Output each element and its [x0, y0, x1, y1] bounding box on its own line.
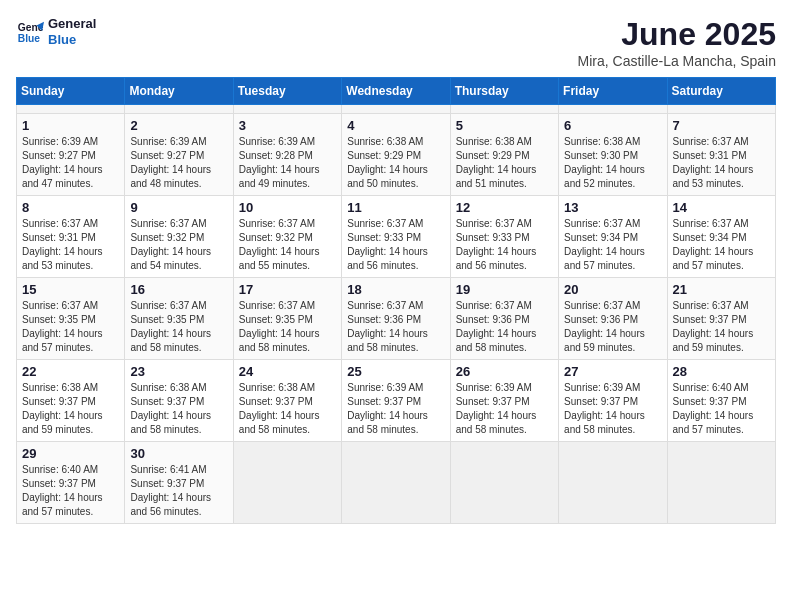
- calendar-cell: [667, 105, 775, 114]
- calendar-cell: 5Sunrise: 6:38 AM Sunset: 9:29 PM Daylig…: [450, 114, 558, 196]
- cell-text: Sunrise: 6:39 AM Sunset: 9:27 PM Dayligh…: [130, 135, 227, 191]
- title-area: June 2025 Mira, Castille-La Mancha, Spai…: [578, 16, 776, 69]
- calendar-week-1: 1Sunrise: 6:39 AM Sunset: 9:27 PM Daylig…: [17, 114, 776, 196]
- calendar-cell: 11Sunrise: 6:37 AM Sunset: 9:33 PM Dayli…: [342, 196, 450, 278]
- day-number: 18: [347, 282, 444, 297]
- cell-text: Sunrise: 6:38 AM Sunset: 9:29 PM Dayligh…: [347, 135, 444, 191]
- calendar-cell: 26Sunrise: 6:39 AM Sunset: 9:37 PM Dayli…: [450, 360, 558, 442]
- cell-text: Sunrise: 6:37 AM Sunset: 9:36 PM Dayligh…: [347, 299, 444, 355]
- calendar-cell: [667, 442, 775, 524]
- calendar-cell: 22Sunrise: 6:38 AM Sunset: 9:37 PM Dayli…: [17, 360, 125, 442]
- cell-text: Sunrise: 6:39 AM Sunset: 9:37 PM Dayligh…: [347, 381, 444, 437]
- cell-text: Sunrise: 6:39 AM Sunset: 9:28 PM Dayligh…: [239, 135, 336, 191]
- calendar-cell: 28Sunrise: 6:40 AM Sunset: 9:37 PM Dayli…: [667, 360, 775, 442]
- month-title: June 2025: [578, 16, 776, 53]
- day-number: 16: [130, 282, 227, 297]
- calendar-cell: 20Sunrise: 6:37 AM Sunset: 9:36 PM Dayli…: [559, 278, 667, 360]
- day-number: 15: [22, 282, 119, 297]
- calendar-cell: [559, 442, 667, 524]
- header-saturday: Saturday: [667, 78, 775, 105]
- calendar-cell: 23Sunrise: 6:38 AM Sunset: 9:37 PM Dayli…: [125, 360, 233, 442]
- calendar-cell: 15Sunrise: 6:37 AM Sunset: 9:35 PM Dayli…: [17, 278, 125, 360]
- day-number: 1: [22, 118, 119, 133]
- day-number: 29: [22, 446, 119, 461]
- day-number: 23: [130, 364, 227, 379]
- cell-text: Sunrise: 6:38 AM Sunset: 9:29 PM Dayligh…: [456, 135, 553, 191]
- calendar-cell: 29Sunrise: 6:40 AM Sunset: 9:37 PM Dayli…: [17, 442, 125, 524]
- calendar-cell: 2Sunrise: 6:39 AM Sunset: 9:27 PM Daylig…: [125, 114, 233, 196]
- cell-text: Sunrise: 6:38 AM Sunset: 9:37 PM Dayligh…: [239, 381, 336, 437]
- calendar-cell: 19Sunrise: 6:37 AM Sunset: 9:36 PM Dayli…: [450, 278, 558, 360]
- calendar-cell: 21Sunrise: 6:37 AM Sunset: 9:37 PM Dayli…: [667, 278, 775, 360]
- calendar-week-0: [17, 105, 776, 114]
- cell-text: Sunrise: 6:39 AM Sunset: 9:37 PM Dayligh…: [564, 381, 661, 437]
- cell-text: Sunrise: 6:37 AM Sunset: 9:31 PM Dayligh…: [22, 217, 119, 273]
- cell-text: Sunrise: 6:40 AM Sunset: 9:37 PM Dayligh…: [22, 463, 119, 519]
- logo-blue: Blue: [48, 32, 96, 48]
- header-sunday: Sunday: [17, 78, 125, 105]
- cell-text: Sunrise: 6:39 AM Sunset: 9:37 PM Dayligh…: [456, 381, 553, 437]
- day-number: 8: [22, 200, 119, 215]
- logo: General Blue General Blue: [16, 16, 96, 47]
- logo-icon: General Blue: [16, 18, 44, 46]
- calendar-cell: 9Sunrise: 6:37 AM Sunset: 9:32 PM Daylig…: [125, 196, 233, 278]
- cell-text: Sunrise: 6:37 AM Sunset: 9:35 PM Dayligh…: [22, 299, 119, 355]
- cell-text: Sunrise: 6:37 AM Sunset: 9:35 PM Dayligh…: [130, 299, 227, 355]
- day-number: 12: [456, 200, 553, 215]
- day-number: 20: [564, 282, 661, 297]
- calendar-cell: 10Sunrise: 6:37 AM Sunset: 9:32 PM Dayli…: [233, 196, 341, 278]
- cell-text: Sunrise: 6:37 AM Sunset: 9:33 PM Dayligh…: [347, 217, 444, 273]
- calendar-cell: 30Sunrise: 6:41 AM Sunset: 9:37 PM Dayli…: [125, 442, 233, 524]
- calendar-week-3: 15Sunrise: 6:37 AM Sunset: 9:35 PM Dayli…: [17, 278, 776, 360]
- header-monday: Monday: [125, 78, 233, 105]
- calendar-cell: 24Sunrise: 6:38 AM Sunset: 9:37 PM Dayli…: [233, 360, 341, 442]
- calendar-week-2: 8Sunrise: 6:37 AM Sunset: 9:31 PM Daylig…: [17, 196, 776, 278]
- header-wednesday: Wednesday: [342, 78, 450, 105]
- cell-text: Sunrise: 6:41 AM Sunset: 9:37 PM Dayligh…: [130, 463, 227, 519]
- calendar-cell: 16Sunrise: 6:37 AM Sunset: 9:35 PM Dayli…: [125, 278, 233, 360]
- cell-text: Sunrise: 6:37 AM Sunset: 9:34 PM Dayligh…: [564, 217, 661, 273]
- calendar-cell: 13Sunrise: 6:37 AM Sunset: 9:34 PM Dayli…: [559, 196, 667, 278]
- day-number: 7: [673, 118, 770, 133]
- day-number: 28: [673, 364, 770, 379]
- day-number: 17: [239, 282, 336, 297]
- day-number: 11: [347, 200, 444, 215]
- header-tuesday: Tuesday: [233, 78, 341, 105]
- day-number: 5: [456, 118, 553, 133]
- calendar-cell: 7Sunrise: 6:37 AM Sunset: 9:31 PM Daylig…: [667, 114, 775, 196]
- day-number: 9: [130, 200, 227, 215]
- cell-text: Sunrise: 6:37 AM Sunset: 9:32 PM Dayligh…: [239, 217, 336, 273]
- logo-general: General: [48, 16, 96, 32]
- calendar-cell: 6Sunrise: 6:38 AM Sunset: 9:30 PM Daylig…: [559, 114, 667, 196]
- header-friday: Friday: [559, 78, 667, 105]
- calendar-cell: [233, 442, 341, 524]
- day-number: 21: [673, 282, 770, 297]
- calendar-cell: [559, 105, 667, 114]
- calendar-cell: [450, 442, 558, 524]
- day-number: 13: [564, 200, 661, 215]
- day-number: 26: [456, 364, 553, 379]
- cell-text: Sunrise: 6:37 AM Sunset: 9:31 PM Dayligh…: [673, 135, 770, 191]
- calendar-cell: 18Sunrise: 6:37 AM Sunset: 9:36 PM Dayli…: [342, 278, 450, 360]
- day-number: 30: [130, 446, 227, 461]
- cell-text: Sunrise: 6:37 AM Sunset: 9:32 PM Dayligh…: [130, 217, 227, 273]
- calendar-cell: [233, 105, 341, 114]
- day-number: 24: [239, 364, 336, 379]
- calendar-cell: 17Sunrise: 6:37 AM Sunset: 9:35 PM Dayli…: [233, 278, 341, 360]
- calendar-week-5: 29Sunrise: 6:40 AM Sunset: 9:37 PM Dayli…: [17, 442, 776, 524]
- day-number: 10: [239, 200, 336, 215]
- calendar-cell: [17, 105, 125, 114]
- calendar-cell: 1Sunrise: 6:39 AM Sunset: 9:27 PM Daylig…: [17, 114, 125, 196]
- calendar-cell: [125, 105, 233, 114]
- calendar-cell: 4Sunrise: 6:38 AM Sunset: 9:29 PM Daylig…: [342, 114, 450, 196]
- calendar-header-row: SundayMondayTuesdayWednesdayThursdayFrid…: [17, 78, 776, 105]
- svg-text:Blue: Blue: [18, 33, 41, 44]
- calendar-cell: 14Sunrise: 6:37 AM Sunset: 9:34 PM Dayli…: [667, 196, 775, 278]
- cell-text: Sunrise: 6:38 AM Sunset: 9:37 PM Dayligh…: [22, 381, 119, 437]
- calendar-cell: [342, 442, 450, 524]
- calendar-cell: 25Sunrise: 6:39 AM Sunset: 9:37 PM Dayli…: [342, 360, 450, 442]
- day-number: 14: [673, 200, 770, 215]
- day-number: 6: [564, 118, 661, 133]
- calendar-cell: 12Sunrise: 6:37 AM Sunset: 9:33 PM Dayli…: [450, 196, 558, 278]
- cell-text: Sunrise: 6:37 AM Sunset: 9:36 PM Dayligh…: [564, 299, 661, 355]
